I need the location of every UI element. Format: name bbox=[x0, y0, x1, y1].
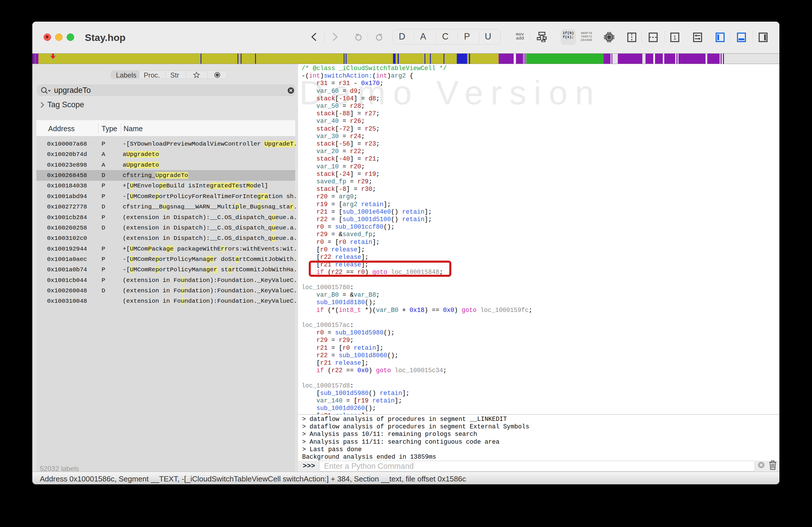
svg-text:1: 1 bbox=[673, 34, 677, 41]
